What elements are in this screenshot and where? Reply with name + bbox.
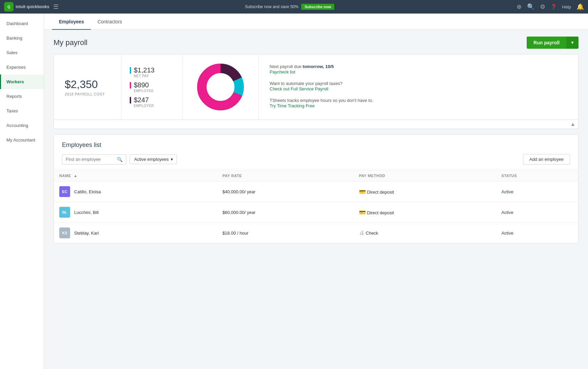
cell-pay-rate-1: $60,000.00/ year <box>217 202 354 223</box>
employer-bar <box>130 97 131 104</box>
pay-method-icon-1: 💳 <box>359 210 366 215</box>
tab-contractors[interactable]: Contractors <box>91 14 129 30</box>
col-name[interactable]: NAME ▲ <box>54 170 217 181</box>
time-tracking-link[interactable]: Try Time Tracking Free <box>270 103 315 108</box>
topnav: Q intuit quickbooks ☰ Subscribe now and … <box>0 0 588 14</box>
page-body: My payroll Run payroll ▼ $2,350 2018 PAY… <box>44 30 588 250</box>
summary-cost: $2,350 2018 PAYROLL COST <box>54 55 122 120</box>
sidebar-item-my-accountant[interactable]: My Accountant <box>0 133 44 147</box>
col-status: STATUS <box>496 170 578 181</box>
sidebar-item-accounting[interactable]: Accounting <box>0 118 44 133</box>
add-employee-button[interactable]: Add an employee <box>523 154 570 165</box>
payroll-cost-label: 2018 PAYROLL COST <box>65 92 110 96</box>
payroll-cost-value: $2,350 <box>65 78 110 91</box>
net-pay-label: NET PAY <box>134 74 174 78</box>
help-icon[interactable]: ❓ <box>551 4 556 9</box>
cell-name-0: EC Catillo, Eloisa <box>54 181 217 202</box>
payroll-title: My payroll <box>54 38 87 47</box>
sidebar-item-workers[interactable]: Workers <box>0 74 44 89</box>
tabs-bar: Employees Contractors <box>44 14 588 30</box>
full-service-link[interactable]: Check out Full Service Payroll <box>270 86 328 91</box>
sidebar-label-sales: Sales <box>6 50 18 55</box>
table-row[interactable]: KS Steblay, Kari $18.00 / hour 🖨 Check A… <box>54 223 578 243</box>
search-icon[interactable]: 🔍 <box>527 3 534 10</box>
payroll-due-section: Next payroll due tomorrow, 10/5 Paycheck… <box>270 64 567 74</box>
employees-section: Employees list 🔍 Active employees ▾ <box>54 134 579 243</box>
sort-arrow-icon: ▲ <box>74 174 78 178</box>
collapse-row: ▲ <box>54 120 579 129</box>
table-row[interactable]: EC Catillo, Eloisa $40,000.00/ year 💳 Di… <box>54 181 578 202</box>
payroll-donut-chart <box>183 55 259 120</box>
sidebar-item-reports[interactable]: Reports <box>0 89 44 104</box>
run-payroll-dropdown[interactable]: ▼ <box>566 37 579 49</box>
status-badge-2: Active <box>501 231 513 236</box>
settings-icon[interactable]: ⚙ <box>540 3 545 10</box>
cell-pay-rate-2: $18.00 / hour <box>217 223 354 243</box>
plus-icon[interactable]: ⊕ <box>517 3 522 10</box>
employees-table: NAME ▲ PAY RATE PAY METHOD STATUS EC Cat… <box>54 170 578 243</box>
status-badge-1: Active <box>501 210 513 215</box>
subscribe-button[interactable]: Subscribe now <box>301 4 334 10</box>
net-pay-value: $1,213 <box>134 66 154 74</box>
tab-employees[interactable]: Employees <box>52 14 91 30</box>
sidebar-item-taxes[interactable]: Taxes <box>0 104 44 118</box>
sidebar-item-banking[interactable]: Banking <box>0 31 44 45</box>
payroll-due-text: Next payroll due tomorrow, 10/5 <box>270 64 334 69</box>
status-badge-0: Active <box>501 189 513 194</box>
employee-value: $890 <box>134 81 149 89</box>
breakdown-employee: $890 EMPLOYEE <box>130 81 174 93</box>
topnav-actions: ⊕ 🔍 ⚙ ❓ Help 🔔 <box>517 3 584 10</box>
search-input[interactable] <box>66 157 115 162</box>
filter-label: Active employees <box>134 157 169 162</box>
cell-name-1: BL Lucchini, Bill <box>54 202 217 223</box>
help-label: Help <box>562 4 571 9</box>
svg-point-5 <box>207 73 234 101</box>
sidebar-label-accounting: Accounting <box>6 123 28 128</box>
tsheets-section: TSheets tracks employee hours so you don… <box>270 97 567 108</box>
table-row[interactable]: BL Lucchini, Bill $60,000.00/ year 💳 Dir… <box>54 202 578 223</box>
cell-status-1: Active <box>496 202 578 223</box>
sidebar-item-sales[interactable]: Sales <box>0 45 44 60</box>
avatar-2: KS <box>59 227 70 238</box>
sidebar-label-taxes: Taxes <box>6 108 18 113</box>
net-pay-bar <box>130 67 131 74</box>
sidebar-item-expenses[interactable]: Expenses <box>0 60 44 74</box>
summary-right: Next payroll due tomorrow, 10/5 Paycheck… <box>259 55 578 120</box>
promo-text: Subscribe now and save 50% <box>245 4 298 9</box>
sidebar-label-expenses: Expenses <box>6 65 26 70</box>
sidebar-label-reports: Reports <box>6 94 22 99</box>
employer-value: $247 <box>134 96 149 104</box>
hamburger-icon[interactable]: ☰ <box>53 3 59 10</box>
employee-label: EMPLOYEE <box>134 89 174 93</box>
sidebar-label-dashboard: Dashboard <box>6 21 28 26</box>
status-filter-dropdown[interactable]: Active employees ▾ <box>130 154 177 164</box>
logo-text: intuit quickbooks <box>16 4 49 9</box>
employer-label: EMPLOYER <box>134 104 174 108</box>
sidebar: Dashboard Banking Sales Expenses Workers… <box>0 14 44 369</box>
search-wrapper: 🔍 <box>62 154 126 165</box>
run-payroll-btn-group: Run payroll ▼ <box>527 37 579 49</box>
paycheck-list-link[interactable]: Paycheck list <box>270 69 295 74</box>
logo[interactable]: Q intuit quickbooks <box>4 2 49 12</box>
employee-name-1: Lucchini, Bill <box>74 210 99 215</box>
sidebar-item-dashboard[interactable]: Dashboard <box>0 16 44 31</box>
notifications-icon[interactable]: 🔔 <box>576 3 584 10</box>
run-payroll-button[interactable]: Run payroll <box>527 37 566 49</box>
collapse-button[interactable]: ▲ <box>570 121 575 127</box>
employee-bar <box>130 82 131 89</box>
cell-pay-method-2: 🖨 Check <box>354 223 496 243</box>
sidebar-label-banking: Banking <box>6 36 22 41</box>
cell-status-2: Active <box>496 223 578 243</box>
cell-status-0: Active <box>496 181 578 202</box>
table-header-row: NAME ▲ PAY RATE PAY METHOD STATUS <box>54 170 578 181</box>
avatar-0: EC <box>59 186 70 197</box>
avatar-1: BL <box>59 207 70 218</box>
toolbar-left: 🔍 Active employees ▾ <box>62 154 177 165</box>
tsheets-text: TSheets tracks employee hours so you don… <box>270 98 373 103</box>
chevron-down-icon: ▾ <box>171 157 173 162</box>
cell-pay-method-1: 💳 Direct deposit <box>354 202 496 223</box>
automate-taxes-section: Want to automate your payroll taxes? Che… <box>270 81 567 91</box>
employees-list-title: Employees list <box>62 142 570 149</box>
svg-text:Q: Q <box>7 5 10 9</box>
pay-method-icon-0: 💳 <box>359 189 366 195</box>
